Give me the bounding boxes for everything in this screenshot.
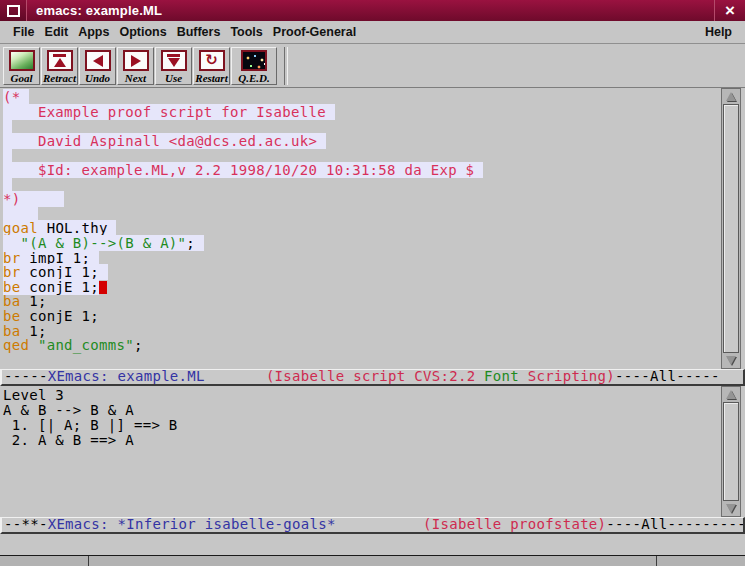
script-buffer-window: (* Example proof script for Isabelle Dav… — [0, 88, 745, 369]
script-line: ba 1; — [3, 324, 720, 339]
token-plain: 1; — [20, 293, 46, 309]
modeline-segment-red: Scripting) — [519, 369, 615, 384]
menu-item-tools[interactable]: Tools — [225, 23, 267, 41]
toolbar-button-qed[interactable]: Q.E.D. — [231, 47, 277, 85]
token-plain — [3, 206, 38, 222]
menu-item-edit[interactable]: Edit — [40, 23, 74, 41]
xemacs-window: emacs: example.ML × FileEditAppsOptionsB… — [0, 0, 745, 566]
goals-scrollbar[interactable] — [721, 386, 741, 517]
goals-line: 1. [| A; B |] ==> B — [3, 418, 720, 433]
script-line: *) — [3, 192, 720, 207]
token-cmt: David Aspinall <da@dcs.ed.ac.uk> — [3, 133, 326, 149]
locked-region-segment — [3, 206, 38, 222]
toolbar: GoalRetractUndoNextUse↻RestartQ.E.D. — [0, 44, 745, 88]
text-cursor — [99, 281, 107, 294]
locked-region-segment: David Aspinall <da@dcs.ed.ac.uk> — [3, 133, 326, 149]
token-plain — [3, 235, 20, 251]
next-right-arrow-box — [123, 50, 149, 71]
toolbar-button-undo[interactable]: Undo — [79, 47, 116, 85]
glyph-part — [131, 55, 141, 67]
next-right-arrow-icon — [131, 55, 141, 67]
token-kw: be — [3, 308, 20, 324]
token-str: "(A & B)-->(B & A)" — [20, 235, 186, 251]
token-plain — [29, 337, 38, 353]
token-cmt: (* — [3, 89, 29, 105]
toolbar-button-restart[interactable]: ↻Restart — [193, 47, 230, 85]
scroll-down-button[interactable] — [722, 501, 740, 516]
menu-item-help[interactable]: Help — [700, 23, 737, 41]
script-line — [3, 178, 720, 193]
menu-item-apps[interactable]: Apps — [73, 23, 114, 41]
script-line: be conjE 1; — [3, 309, 720, 324]
token-cmt — [3, 147, 12, 163]
locked-region-segment — [3, 118, 12, 134]
toolbar-button-retract[interactable]: Retract — [41, 47, 78, 85]
token-cmt: Example proof script for Isabelle — [3, 104, 335, 120]
token-plain: conjE 1; — [20, 308, 99, 324]
script-buffer-text-area[interactable]: (* Example proof script for Isabelle Dav… — [0, 88, 720, 369]
window-title: emacs: example.ML — [27, 0, 714, 21]
modeline-segment-plain: ----All--------- — [606, 517, 745, 532]
locked-region-segment: (* — [3, 89, 29, 105]
goals-buffer-text-area[interactable]: Level 3A & B --> B & A 1. [| A; B |] ==>… — [0, 386, 720, 517]
script-line: Example proof script for Isabelle — [3, 105, 720, 120]
menu-item-options[interactable]: Options — [114, 23, 171, 41]
goals-buffer-modeline: --**-XEmacs: *Inferior isabelle-goals* (… — [0, 517, 745, 534]
toolbar-button-label: Retract — [43, 72, 76, 84]
menu-item-proof-general[interactable]: Proof-General — [268, 23, 361, 41]
scroll-down-icon — [726, 356, 736, 365]
resize-handle-divider — [656, 556, 657, 566]
scroll-up-button[interactable] — [722, 387, 740, 402]
script-scrollbar-gutter — [720, 88, 745, 369]
modeline-segment-plain — [205, 369, 266, 384]
script-line: $Id: example.ML,v 2.2 1998/10/20 10:31:5… — [3, 163, 720, 178]
token-str: "and_comms" — [38, 337, 134, 353]
toolbar-button-next[interactable]: Next — [117, 47, 154, 85]
use-down-arrow-box — [161, 50, 187, 71]
toolbar-button-use[interactable]: Use — [155, 47, 192, 85]
scroll-up-icon — [726, 390, 736, 399]
modeline-segment-plain: ----- — [4, 369, 48, 384]
window-menu-button[interactable] — [0, 0, 27, 21]
script-line: David Aspinall <da@dcs.ed.ac.uk> — [3, 134, 720, 149]
script-line: goal HOL.thy — [3, 221, 720, 236]
scroll-up-button[interactable] — [722, 89, 740, 104]
restart-circle-arrow-box: ↻ — [199, 50, 225, 71]
toolbar-button-label: Undo — [85, 72, 110, 84]
goals-line: 2. A & B ==> A — [3, 433, 720, 448]
restart-circle-arrow-icon: ↻ — [205, 53, 218, 68]
script-line: br conjI 1; — [3, 265, 720, 280]
modeline-segment-plain: --**- — [4, 517, 48, 532]
goals-buffer-window: Level 3A & B --> B & A 1. [| A; B |] ==>… — [0, 386, 745, 517]
toolbar-button-goal[interactable]: Goal — [3, 47, 40, 85]
menu-item-file[interactable]: File — [8, 23, 40, 41]
undo-left-arrow-icon — [93, 55, 103, 67]
token-plain: conjI 1; — [20, 264, 107, 280]
qed-fireworks-icon — [241, 50, 267, 71]
close-icon: × — [725, 1, 735, 21]
script-scrollbar[interactable] — [721, 88, 741, 369]
menu-bar: FileEditAppsOptionsBuffersToolsProof-Gen… — [0, 21, 745, 44]
token-cmt — [3, 177, 12, 193]
modeline-segment-red: (Isabelle script CVS:2.2 — [266, 369, 484, 384]
resize-handle-divider — [88, 556, 89, 566]
menu-item-buffers[interactable]: Buffers — [172, 23, 226, 41]
script-line: ba 1; — [3, 294, 720, 309]
modeline-segment-plain — [336, 517, 423, 532]
goals-scrollbar-gutter — [720, 386, 745, 517]
window-resize-border[interactable] — [0, 555, 745, 566]
modeline-segment-green: Font — [484, 369, 519, 384]
scrollbar-thumb[interactable] — [723, 402, 739, 501]
modeline-segment-id: XEmacs: example.ML — [48, 369, 205, 384]
use-down-arrow-icon — [167, 54, 180, 67]
scroll-down-button[interactable] — [722, 353, 740, 368]
scrollbar-thumb[interactable] — [723, 104, 739, 353]
title-bar[interactable]: emacs: example.ML × — [0, 0, 745, 21]
token-plain: ; — [134, 337, 143, 353]
close-button[interactable]: × — [714, 0, 745, 21]
minibuffer-echo-area[interactable] — [0, 534, 745, 555]
line-text: be conjE 1; — [3, 308, 99, 324]
token-kw: ba — [3, 323, 20, 339]
toolbar-button-label: Restart — [195, 72, 227, 84]
locked-region-segment: Example proof script for Isabelle — [3, 104, 335, 120]
